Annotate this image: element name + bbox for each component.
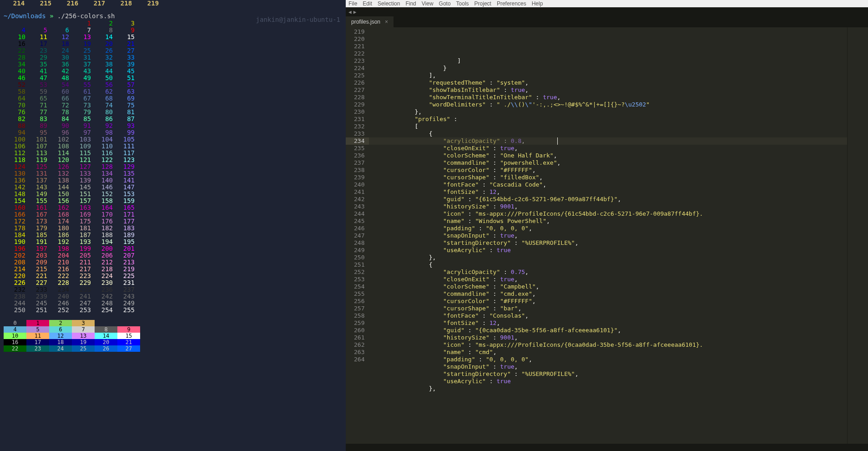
palette-cell [140,345,163,352]
palette-cell: 21 [117,339,140,345]
palette-cell: 1 [26,320,49,326]
menu-help[interactable]: Help [532,0,543,7]
nav-bar[interactable]: ◀ ▶ [346,7,868,16]
menu-find[interactable]: Find [405,0,416,7]
palette-cell [140,320,163,326]
menu-bar[interactable]: FileEditSelectionFindViewGotoToolsProjec… [346,0,868,7]
palette-cell: 0 [4,320,26,326]
palette-cell: 5 [26,326,49,333]
palette-cell: 17 [26,339,49,345]
palette-cell [95,320,117,326]
palette-cell: 8 [95,326,117,333]
minimap[interactable] [847,27,868,444]
palette-cell [163,320,186,326]
menu-goto[interactable]: Goto [439,0,451,7]
menu-edit[interactable]: Edit [363,0,372,7]
menu-tools[interactable]: Tools [456,0,469,7]
palette-cell: 10 [4,333,26,339]
palette-cell: 15 [117,333,140,339]
tab-title: profiles.json [351,19,380,25]
palette-cell [140,333,163,339]
palette-cell: 2 [49,320,72,326]
tab-bar[interactable]: profiles.json × [346,16,868,27]
palette-cell: 22 [4,345,26,352]
prompt-path: ~/Downloads [4,12,46,20]
palette-cell: 4 [4,326,26,333]
palette-cell: 25 [72,345,95,352]
palette-cell: 18 [49,339,72,345]
terminal-userhost: jankin@jankin-ubuntu-1 [256,16,340,23]
close-icon[interactable]: × [385,19,388,25]
code-area[interactable]: ] } ], "requestedTheme" : "system", "sho… [369,27,847,444]
menu-selection[interactable]: Selection [378,0,400,7]
menu-file[interactable]: File [348,0,357,7]
palette-cell [117,320,140,326]
color-grid: 1234567891011121314151617181920212223242… [4,20,342,314]
palette-cell: 26 [95,345,117,352]
nav-back-icon[interactable]: ◀ [348,9,352,15]
palette-cell: 14 [95,333,117,339]
palette-cell: 12 [49,333,72,339]
palette-cell: 6 [49,326,72,333]
palette-cell: 9 [117,326,140,333]
palette-cell: 24 [49,345,72,352]
palette-cell: 20 [95,339,117,345]
palette-cell: 27 [117,345,140,352]
palette-cell: 3 [72,320,95,326]
menu-view[interactable]: View [422,0,434,7]
palette-cell: 13 [72,333,95,339]
editor-pane: FileEditSelectionFindViewGotoToolsProjec… [346,0,868,451]
palette-cell [140,339,163,345]
palette-cell [163,333,186,339]
menu-preferences[interactable]: Preferences [497,0,526,7]
nav-fwd-icon[interactable]: ▶ [353,9,357,15]
palette-cell [140,326,163,333]
palette-cell: 23 [26,345,49,352]
text-cursor [557,137,558,145]
prompt-symbol: » [50,12,53,20]
bg-palette: 0123456789101112131415161718192021222324… [4,320,342,352]
prompt-command: ./256-colors.sh [57,12,115,20]
palette-cell: 7 [72,326,95,333]
palette-cell: 19 [72,339,95,345]
terminal-pane[interactable]: 214 215 216 217 218 219 ~/Downloads » ./… [0,0,346,451]
menu-project[interactable]: Project [474,0,491,7]
palette-cell: 16 [4,339,26,345]
status-bar [346,444,868,451]
editor-body[interactable]: 2192202212222232242252262272282292302312… [346,27,868,444]
tab-profiles-json[interactable]: profiles.json × [346,16,394,27]
terminal-header-row: 214 215 216 217 218 219 [4,0,342,6]
line-gutter: 2192202212222232242252262272282292302312… [346,27,369,444]
palette-cell [163,326,186,333]
palette-cell: 11 [26,333,49,339]
